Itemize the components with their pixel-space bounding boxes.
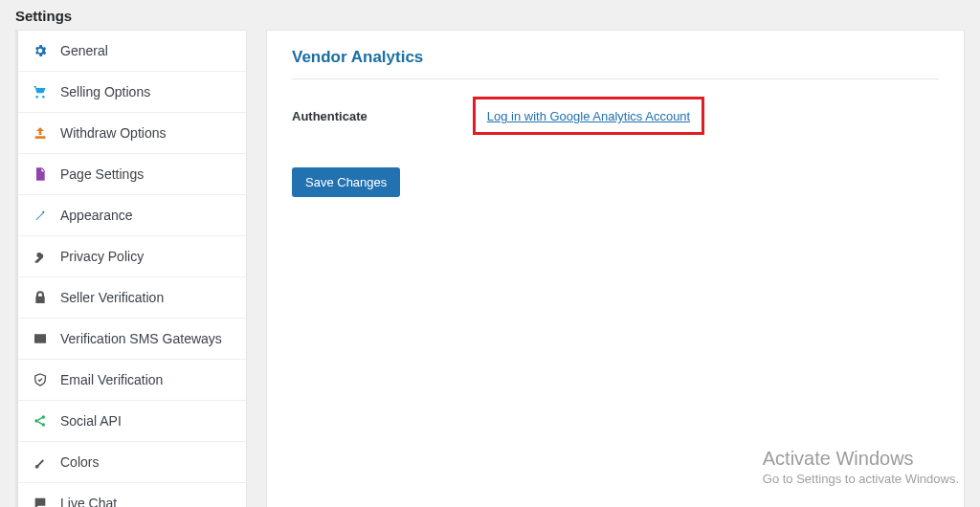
- lock-icon: [32, 289, 49, 306]
- sidebar-item-label: Colors: [60, 454, 99, 470]
- sidebar-item-label: Email Verification: [60, 372, 163, 387]
- envelope-icon: [32, 330, 49, 347]
- sidebar-item-label: Withdraw Options: [60, 125, 166, 141]
- sidebar-item-label: Seller Verification: [60, 290, 164, 305]
- key-icon: [32, 248, 49, 265]
- page-title: Settings: [0, 0, 980, 30]
- save-changes-button[interactable]: Save Changes: [292, 167, 400, 197]
- shield-check-icon: [32, 371, 49, 388]
- authenticate-label: Authenticate: [292, 109, 368, 123]
- sidebar-item-social-api[interactable]: Social API: [18, 401, 246, 442]
- sidebar: General Selling Options Withdraw Options…: [15, 30, 247, 507]
- sidebar-item-label: Live Chat: [60, 496, 117, 507]
- sidebar-item-withdraw-options[interactable]: Withdraw Options: [18, 113, 246, 154]
- sidebar-item-page-settings[interactable]: Page Settings: [18, 154, 246, 195]
- sidebar-item-label: Selling Options: [60, 84, 150, 99]
- content-panel: Vendor Analytics Authenticate Log in wit…: [266, 30, 965, 507]
- brush-icon: [32, 453, 49, 471]
- sidebar-item-selling-options[interactable]: Selling Options: [18, 72, 246, 113]
- sidebar-item-live-chat[interactable]: Live Chat: [18, 483, 246, 507]
- sidebar-item-label: Privacy Policy: [60, 249, 144, 264]
- share-icon: [32, 412, 49, 430]
- chat-icon: [32, 495, 49, 507]
- sidebar-item-colors[interactable]: Colors: [18, 442, 246, 483]
- panel-title: Vendor Analytics: [292, 48, 939, 79]
- sidebar-item-appearance[interactable]: Appearance: [18, 195, 246, 236]
- sidebar-item-seller-verification[interactable]: Seller Verification: [18, 277, 246, 319]
- layout: General Selling Options Withdraw Options…: [0, 30, 980, 507]
- sidebar-item-label: Verification SMS Gateways: [60, 331, 222, 346]
- gear-icon: [32, 42, 49, 59]
- authenticate-highlight-box: Log in with Google Analytics Account: [473, 97, 704, 135]
- sidebar-item-general[interactable]: General: [18, 31, 246, 72]
- sidebar-item-label: General: [60, 43, 108, 58]
- sidebar-item-verification-sms-gateways[interactable]: Verification SMS Gateways: [18, 319, 246, 360]
- sidebar-item-privacy-policy[interactable]: Privacy Policy: [18, 236, 246, 277]
- sidebar-item-email-verification[interactable]: Email Verification: [18, 360, 246, 401]
- cart-icon: [32, 83, 49, 100]
- sidebar-item-label: Page Settings: [60, 166, 144, 182]
- sidebar-item-label: Appearance: [60, 208, 133, 223]
- authenticate-row: Authenticate Log in with Google Analytic…: [292, 97, 939, 135]
- google-analytics-login-link[interactable]: Log in with Google Analytics Account: [487, 109, 690, 123]
- sidebar-item-label: Social API: [60, 413, 122, 429]
- upload-icon: [32, 124, 49, 142]
- wand-icon: [32, 207, 49, 224]
- page-icon: [32, 165, 49, 183]
